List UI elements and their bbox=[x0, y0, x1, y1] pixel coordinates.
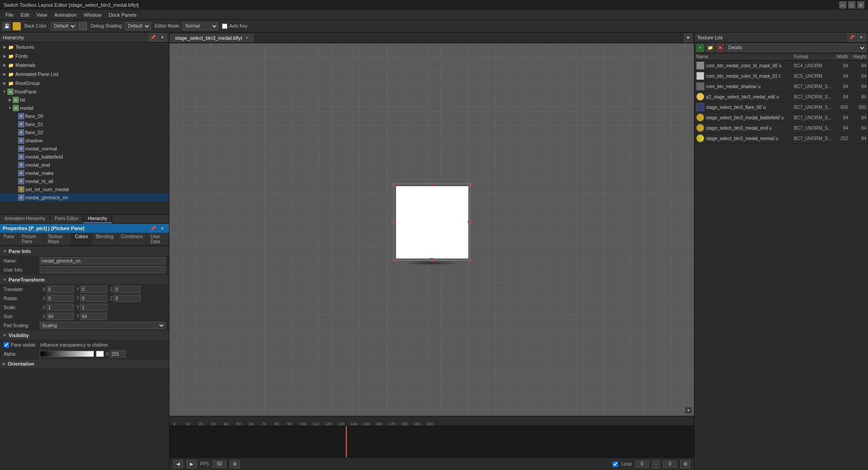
handle-bot-left[interactable] bbox=[392, 258, 396, 262]
texture-view-select[interactable]: Details bbox=[726, 44, 866, 52]
auto-key-checkbox[interactable] bbox=[222, 24, 227, 29]
timeline-expand-btn[interactable]: ⊞ bbox=[680, 460, 690, 468]
timeline-minus-btn[interactable]: - bbox=[652, 460, 660, 468]
tab-hierarchy[interactable]: Hierarchy bbox=[83, 215, 112, 223]
loop-checkbox[interactable] bbox=[613, 461, 618, 467]
hierarchy-close-btn[interactable]: ✕ bbox=[158, 33, 166, 42]
handle-mid-right[interactable] bbox=[468, 220, 472, 224]
back-color-select[interactable]: Default bbox=[51, 22, 77, 30]
tree-item-medal-make[interactable]: P medal_make bbox=[0, 169, 169, 177]
prop-translate-y[interactable] bbox=[80, 286, 107, 293]
handle-mid-left[interactable] bbox=[392, 220, 396, 224]
fps-input[interactable] bbox=[212, 461, 226, 468]
tree-item-flare00[interactable]: P flare_00 bbox=[0, 112, 169, 120]
hierarchy-pin-btn[interactable]: 📌 bbox=[149, 33, 157, 42]
section-pane-info[interactable]: ▼ Pane Info bbox=[0, 247, 169, 256]
menu-window[interactable]: Window bbox=[80, 11, 105, 19]
tree-item-textures[interactable]: ▶ 📁 Textures bbox=[0, 42, 169, 52]
prop-scale-y[interactable] bbox=[80, 304, 107, 311]
prop-rotate-x[interactable] bbox=[47, 295, 74, 302]
debug-shading-select[interactable]: Default bbox=[125, 22, 151, 30]
section-orientation[interactable]: ▶ Orientation bbox=[0, 359, 169, 369]
texture-row-4[interactable]: stage_select_btn3_flare_00`u BC7_UNORM_S… bbox=[694, 102, 868, 113]
prop-size-x[interactable] bbox=[47, 313, 74, 320]
editor-mode-select[interactable]: Normal bbox=[182, 22, 218, 30]
prop-tab-user-data[interactable]: User Data bbox=[147, 233, 169, 245]
minimize-button[interactable]: — bbox=[839, 1, 846, 9]
texture-close-btn[interactable]: ✕ bbox=[857, 33, 865, 42]
texture-folder-btn[interactable]: 📁 bbox=[706, 44, 714, 52]
menu-view[interactable]: View bbox=[33, 11, 51, 19]
close-button[interactable]: ✕ bbox=[857, 1, 864, 9]
tree-item-materials[interactable]: ▶ 📁 Materials bbox=[0, 61, 169, 70]
tree-item-medal-end[interactable]: P medal_end bbox=[0, 161, 169, 169]
loop-value-input[interactable] bbox=[635, 461, 649, 468]
prop-translate-z[interactable] bbox=[113, 286, 141, 293]
texture-row-3[interactable]: p2_stage_select_btn3_medal_edit`u BC7_UN… bbox=[694, 92, 868, 102]
menu-animation[interactable]: Animation bbox=[51, 11, 80, 19]
texture-row-1[interactable]: com_btn_medal_color_hl_mask_01`t BC5_UNO… bbox=[694, 71, 868, 81]
prop-tab-pane[interactable]: Pane bbox=[0, 233, 18, 245]
section-visibility[interactable]: ▼ Visibility bbox=[0, 331, 169, 340]
viewport-tab-main[interactable]: stage_select_btn3_medal.bflyt ✕ bbox=[170, 34, 255, 42]
texture-row-6[interactable]: stage_select_btn3_medal_end`u BC7_UNORM_… bbox=[694, 123, 868, 133]
menu-dock-panels[interactable]: Dock Panels bbox=[105, 11, 140, 19]
prop-rotate-z[interactable] bbox=[113, 295, 141, 302]
prop-pane-visible-checkbox[interactable] bbox=[4, 342, 9, 348]
viewport-scroll-btn[interactable]: ▼ bbox=[685, 407, 692, 414]
prop-alpha-input[interactable] bbox=[110, 350, 126, 357]
timeline-prev-btn[interactable]: ◀ bbox=[173, 460, 183, 468]
tree-item-medal[interactable]: ▼ N medal bbox=[0, 104, 169, 112]
texture-add-btn[interactable]: + bbox=[696, 44, 704, 52]
prop-userinfo-input[interactable] bbox=[40, 266, 165, 273]
toolbar-icon-btn-1[interactable]: 💾 bbox=[3, 22, 11, 30]
tree-item-flare02[interactable]: P flare_02 bbox=[0, 128, 169, 136]
handle-top-right[interactable] bbox=[468, 182, 472, 186]
prop-tab-combiners[interactable]: Combiners bbox=[118, 233, 147, 245]
prop-name-input[interactable] bbox=[40, 257, 165, 264]
texture-row-0[interactable]: com_btn_medal_color_hl_mask_00`s BC4_UNO… bbox=[694, 61, 868, 71]
tree-item-fonts[interactable]: ▶ 📁 Fonts bbox=[0, 52, 169, 61]
tree-item-rootgroup[interactable]: ▶ 📁 RootGroup bbox=[0, 79, 169, 88]
texture-row-7[interactable]: stage_select_btn3_medal_normal`u BC7_UNO… bbox=[694, 133, 868, 144]
timeline-settings-btn[interactable]: ⚙ bbox=[230, 460, 240, 468]
viewport[interactable]: ▼ bbox=[170, 43, 694, 416]
tab-animation-hierarchy[interactable]: Animation Hierarchy bbox=[0, 215, 50, 223]
texture-row-2[interactable]: com_btn_medal_shadow`u BC7_UNORM_S... 84… bbox=[694, 81, 868, 92]
tree-item-flare01[interactable]: P flare_01 bbox=[0, 120, 169, 128]
section-pane-transform[interactable]: ▼ PaneTransform bbox=[0, 275, 169, 285]
tree-item-medal-gimmick-on[interactable]: P medal_gimmick_on bbox=[0, 193, 169, 202]
prop-scale-x[interactable] bbox=[47, 304, 74, 311]
prop-tab-colors[interactable]: Colors bbox=[71, 233, 92, 245]
menu-edit[interactable]: Edit bbox=[17, 11, 33, 19]
prop-part-scaling-select[interactable]: Scaling bbox=[40, 322, 165, 329]
tree-item-set-txt-num-medal[interactable]: T set_txt_num_medal bbox=[0, 185, 169, 193]
props-close-btn[interactable]: ✕ bbox=[158, 224, 166, 232]
timeline-play-btn[interactable]: ▶ bbox=[187, 460, 197, 468]
selected-pane[interactable] bbox=[396, 186, 468, 258]
tab-parts-editor[interactable]: Parts Editor bbox=[50, 215, 83, 223]
prop-tab-picture-pane[interactable]: Picture Pane bbox=[18, 233, 44, 245]
tree-item-hit[interactable]: ▶ N hit bbox=[0, 96, 169, 104]
prop-tab-blending[interactable]: Blending bbox=[92, 233, 118, 245]
tree-item-medal-normal[interactable]: P medal_normal bbox=[0, 145, 169, 153]
texture-pin-btn[interactable]: 📌 bbox=[848, 33, 856, 42]
menu-file[interactable]: File bbox=[2, 11, 17, 19]
tree-item-medal-battlefield[interactable]: P medal_battlefield bbox=[0, 153, 169, 161]
tree-item-animated-pane-list[interactable]: ▶ 📁 Animated Pane List bbox=[0, 70, 169, 79]
texture-remove-btn[interactable]: ✕ bbox=[716, 44, 724, 52]
prop-tab-texture-maps[interactable]: Texture Maps bbox=[44, 233, 71, 245]
tree-item-medal-hl-all[interactable]: P medal_hl_all bbox=[0, 177, 169, 185]
prop-size-y[interactable] bbox=[80, 313, 107, 320]
timeline-frame-input[interactable] bbox=[663, 461, 677, 468]
tree-item-rootpane[interactable]: ▼ N RootPane bbox=[0, 88, 169, 96]
handle-top-left[interactable] bbox=[392, 182, 396, 186]
prop-rotate-y[interactable] bbox=[80, 295, 107, 302]
viewport-menu-btn[interactable]: ▼ bbox=[684, 34, 692, 42]
handle-top-mid[interactable] bbox=[430, 182, 434, 186]
prop-translate-x[interactable] bbox=[47, 286, 74, 293]
viewport-tab-close[interactable]: ✕ bbox=[245, 35, 249, 40]
handle-bot-right[interactable] bbox=[468, 258, 472, 262]
props-pin-btn[interactable]: 📌 bbox=[149, 224, 157, 232]
texture-row-5[interactable]: stage_select_btn3_medal_battlefield`u BC… bbox=[694, 113, 868, 123]
